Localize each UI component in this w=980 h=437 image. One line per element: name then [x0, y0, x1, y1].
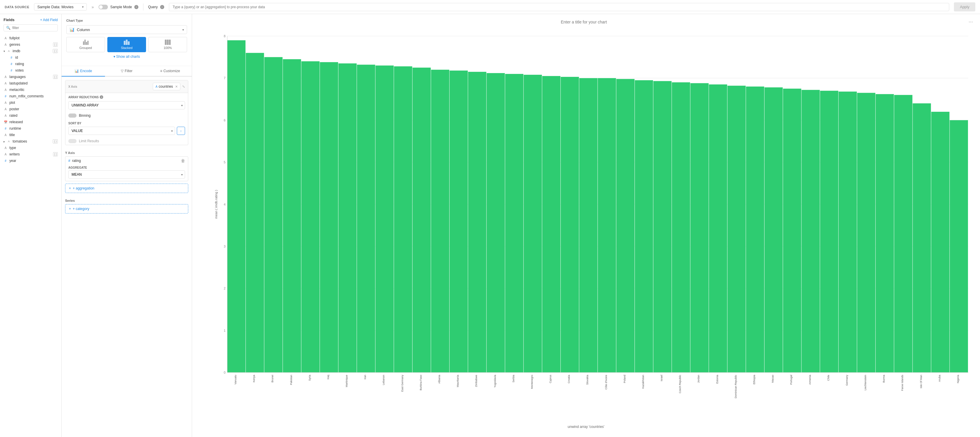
field-item-languages[interactable]: A languages [ ]	[0, 73, 61, 80]
svg-rect-97	[950, 120, 968, 372]
svg-text:4: 4	[224, 203, 226, 206]
chart-type-label: Chart Type	[66, 19, 187, 22]
show-all-charts-button[interactable]: ▾ Show all charts	[66, 52, 187, 61]
countries-field-tag[interactable]: A countries ×	[153, 83, 180, 90]
field-item-released[interactable]: 📅 released	[0, 119, 61, 125]
svg-rect-23	[264, 57, 282, 372]
field-item-genres[interactable]: A genres [ ]	[0, 41, 61, 48]
svg-text:Ethiopia: Ethiopia	[753, 375, 756, 384]
field-item-runtime[interactable]: # runtime	[0, 125, 61, 132]
date-icon: 📅	[3, 121, 8, 124]
chart-subtype-grouped[interactable]: Grouped	[66, 37, 105, 52]
chevron-down-icon: ▾	[182, 28, 184, 31]
add-aggregation-button[interactable]: + + aggregation	[65, 183, 188, 193]
sort-dir-icon: ↕	[180, 129, 182, 132]
x-axis-card: X Axis A countries × ⤡ ARRAY REDUCTIONS …	[65, 80, 188, 145]
svg-rect-73	[727, 86, 746, 372]
field-item-title[interactable]: A title	[0, 132, 61, 138]
datasource-selector[interactable]: Sample Data: Movies ▾	[34, 3, 87, 11]
unwind-dropdown[interactable]: UNWIND ARRAY	[68, 101, 185, 109]
svg-rect-41	[431, 70, 449, 372]
tab-filter[interactable]: ▽ Filter	[105, 66, 148, 76]
aggregate-dropdown[interactable]: MEAN	[68, 171, 185, 179]
array-badge: [ ]	[53, 75, 58, 79]
svg-rect-59	[598, 78, 616, 372]
sort-direction-button[interactable]: ↕	[177, 127, 185, 135]
double-arrow-icon: »	[91, 5, 94, 10]
add-field-button[interactable]: + Add Field	[40, 18, 58, 22]
svg-text:mean ( imdb.rating ): mean ( imdb.rating )	[214, 190, 218, 218]
field-name: votes	[15, 69, 58, 72]
svg-text:Burkina Faso: Burkina Faso	[419, 375, 422, 390]
svg-rect-93	[913, 103, 931, 372]
field-item-type[interactable]: A type	[0, 145, 61, 151]
aggregate-select[interactable]: MEAN ▾	[68, 171, 185, 179]
field-item-writers[interactable]: A writers [ ]	[0, 151, 61, 158]
remove-y-field-button[interactable]: 🗑	[181, 158, 185, 163]
chart-type-section: Chart Type 📊 Column ▾ Grouped	[62, 14, 192, 66]
remove-field-button[interactable]: ×	[175, 84, 178, 89]
encode-label: Encode	[80, 69, 92, 73]
customize-label: Customize	[163, 69, 180, 73]
field-item-poster[interactable]: A poster	[0, 106, 61, 112]
svg-rect-31	[338, 63, 356, 372]
sort-value-select[interactable]: VALUE ▾	[68, 127, 175, 135]
add-category-button[interactable]: + + category	[65, 204, 188, 214]
array-field-icon: A	[156, 85, 158, 88]
sample-mode-info-icon[interactable]: i	[134, 5, 138, 9]
field-item-plot[interactable]: A plot	[0, 99, 61, 106]
unwind-select[interactable]: UNWIND ARRAY ▾	[68, 101, 185, 109]
field-item-metacritic[interactable]: A metacritic	[0, 86, 61, 93]
chart-subtype-100pct[interactable]: 100%	[148, 37, 187, 52]
tab-encode[interactable]: 📊 Encode	[62, 66, 105, 77]
svg-text:5: 5	[224, 160, 226, 164]
chart-subtype-stacked[interactable]: Stacked	[107, 37, 146, 52]
svg-rect-45	[468, 72, 486, 372]
chart-more-button[interactable]: ···	[969, 19, 973, 25]
field-name: title	[10, 133, 58, 137]
query-input[interactable]	[169, 3, 950, 11]
svg-text:Jordan: Jordan	[697, 375, 700, 383]
x-axis-footer-label: unwind array 'countries'	[192, 422, 980, 431]
field-item-id[interactable]: # id	[6, 54, 61, 61]
svg-text:3: 3	[224, 245, 226, 248]
field-group-tomatoes[interactable]: ▸ A tomatoes { }	[0, 138, 61, 145]
svg-text:Germany: Germany	[845, 375, 848, 386]
field-item-rating[interactable]: # rating	[6, 61, 61, 67]
datasource-label: Data Source	[5, 5, 29, 9]
svg-text:Armenia: Armenia	[808, 375, 811, 385]
string-icon: A	[3, 134, 8, 137]
sample-mode-toggle[interactable]	[99, 5, 108, 10]
fields-panel: Fields + Add Field 🔍 A fullplot A genres…	[0, 14, 62, 437]
svg-rect-79	[783, 89, 801, 372]
apply-button[interactable]: Apply	[954, 2, 975, 11]
aggregate-label: AGGREGATE	[65, 165, 188, 171]
datasource-chevron-icon[interactable]: ▾	[82, 5, 84, 8]
field-group-imdb[interactable]: ▾ A imdb { }	[0, 48, 61, 54]
sort-dropdown[interactable]: VALUE	[68, 127, 175, 135]
array-reductions-info-icon[interactable]: i	[100, 95, 103, 99]
expand-icon[interactable]: ⤡	[182, 85, 185, 89]
field-item-rated[interactable]: A rated	[0, 112, 61, 119]
limit-label: Limit Results	[79, 139, 99, 143]
limit-row: Limit Results	[65, 137, 188, 145]
svg-rect-25	[283, 59, 301, 372]
fields-search-input[interactable]	[12, 26, 55, 30]
field-item-year[interactable]: # year	[0, 158, 61, 164]
field-item-votes[interactable]: # votes	[6, 67, 61, 73]
limit-toggle[interactable]	[68, 139, 76, 143]
chart-type-selector[interactable]: 📊 Column ▾	[66, 25, 187, 34]
string-icon: A	[3, 88, 8, 91]
field-item-num-mflix-comments[interactable]: # num_mflix_comments	[0, 93, 61, 99]
field-item-lastupdated[interactable]: A lastupdated	[0, 80, 61, 86]
tab-customize[interactable]: ≡ Customize	[148, 66, 192, 76]
main-layout: Fields + Add Field 🔍 A fullplot A genres…	[0, 14, 980, 437]
chart-title-input[interactable]	[199, 20, 969, 24]
svg-rect-95	[931, 112, 950, 372]
field-item-fullplot[interactable]: A fullplot	[0, 35, 61, 41]
query-info-icon[interactable]: i	[160, 5, 164, 9]
svg-text:Isle Of Man: Isle Of Man	[920, 375, 923, 388]
svg-text:8: 8	[224, 34, 226, 38]
series-label: Series	[65, 196, 188, 204]
binning-toggle[interactable]	[68, 113, 76, 118]
